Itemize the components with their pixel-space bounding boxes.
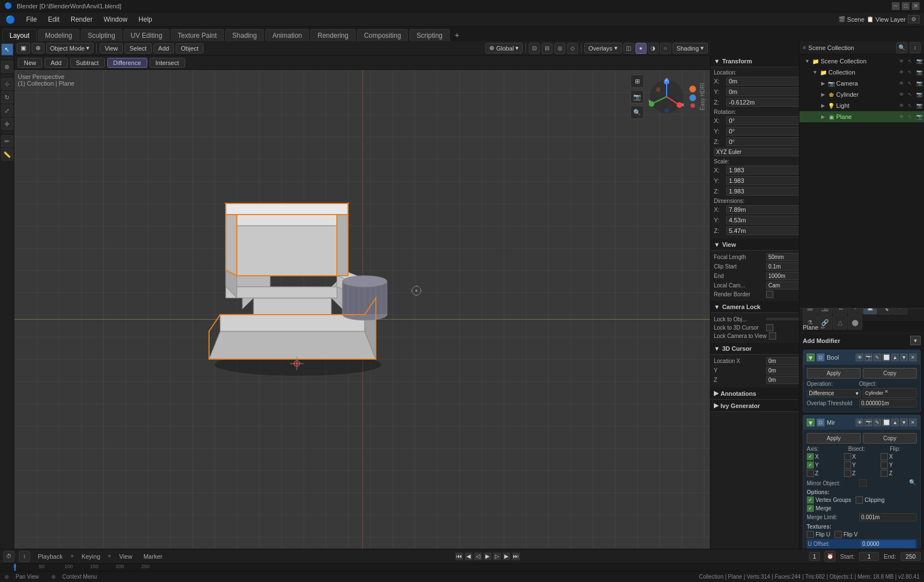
props-tab-modifier[interactable]: 🔧: [878, 308, 892, 315]
edit-menu[interactable]: Edit: [42, 12, 65, 26]
scene-collection-row[interactable]: ▼ 📁 Scene Collection 👁 ↖ 📷: [799, 56, 924, 67]
props-tab-material[interactable]: ⬤: [848, 315, 862, 330]
scene-select-icon[interactable]: ↖: [906, 57, 914, 65]
3d-viewport[interactable]: User Perspective (1) Collection | Plane: [14, 70, 710, 549]
tab-rendering[interactable]: Rendering: [310, 29, 355, 41]
view-layer-name[interactable]: View Layer: [876, 16, 906, 23]
bool-object-close[interactable]: ✕: [885, 389, 892, 397]
jump-start-button[interactable]: ⏮: [455, 553, 463, 560]
blender-menu[interactable]: 🔵: [0, 12, 21, 26]
view-menu-button[interactable]: View: [100, 43, 123, 53]
next-frame-button[interactable]: ▶: [503, 553, 510, 560]
annotate-tool-button[interactable]: ✏: [1, 135, 13, 147]
subtract-bool-button[interactable]: Subtract: [70, 58, 105, 68]
add-workspace-button[interactable]: +: [451, 29, 463, 41]
material-shading-btn[interactable]: ◑: [648, 43, 659, 54]
end-frame-field[interactable]: 250: [901, 552, 921, 561]
clipping-checkbox[interactable]: [856, 496, 863, 504]
transform-orientation-dropdown[interactable]: ⊕ Global ▾: [485, 43, 523, 53]
tab-texture-paint[interactable]: Texture Paint: [171, 29, 224, 41]
mirror-object-swatch[interactable]: [859, 479, 867, 487]
props-tab-output[interactable]: 🖥: [833, 308, 847, 315]
add-bool-button[interactable]: Add: [44, 58, 68, 68]
tab-layout[interactable]: Layout: [2, 29, 37, 41]
light-expand[interactable]: ▶: [819, 102, 826, 109]
bool-copy-button[interactable]: Copy: [863, 368, 917, 379]
object-settings-icon[interactable]: ✏: [821, 325, 825, 331]
tab-scripting[interactable]: Scripting: [409, 29, 450, 41]
plane-expand[interactable]: ▶: [819, 113, 826, 120]
bool-close-icon[interactable]: ✕: [909, 354, 917, 361]
camera-eye-icon[interactable]: 👁: [897, 79, 905, 87]
play-button[interactable]: ▶: [484, 553, 491, 560]
outliner-filter-btn[interactable]: 🔍: [896, 42, 907, 53]
bool-up-icon[interactable]: ▲: [891, 354, 899, 361]
wireframe-shading-btn[interactable]: ◫: [623, 43, 634, 54]
overlap-threshold-field[interactable]: 0.000001m: [859, 399, 917, 407]
u-offset-field[interactable]: 0.0000: [860, 540, 916, 548]
collection-select-icon[interactable]: ↖: [906, 68, 914, 76]
props-tab-render[interactable]: 📷: [818, 308, 832, 315]
mirror-flip-z-checkbox[interactable]: [881, 470, 888, 477]
overlays-dropdown[interactable]: Overlays ▾: [584, 43, 621, 53]
cylinder-row[interactable]: ▶ ⬟ Cylinder 👁 ↖ 📷: [799, 89, 924, 100]
lock-camera-checkbox[interactable]: [769, 332, 776, 340]
cylinder-select-icon[interactable]: ↖: [906, 91, 914, 98]
bool-realtime-icon[interactable]: 👁: [856, 354, 863, 361]
axis-gizmo[interactable]: Z X Y: [647, 77, 686, 116]
render-region-btn[interactable]: 🔍: [630, 106, 644, 119]
cylinder-eye-icon[interactable]: 👁: [897, 91, 905, 98]
cylinder-expand[interactable]: ▶: [819, 91, 826, 98]
scene-render-icon[interactable]: 📷: [915, 57, 923, 65]
vertex-groups-checkbox[interactable]: ✓: [807, 496, 814, 504]
plane-render-icon[interactable]: 📷: [915, 113, 923, 121]
render-border-checkbox[interactable]: [766, 291, 773, 298]
light-select-icon[interactable]: ↖: [906, 102, 914, 110]
plane-eye-icon[interactable]: 👁: [897, 113, 905, 121]
collection-eye-icon[interactable]: 👁: [897, 68, 905, 76]
mirror-visibility-toggle[interactable]: ▼: [807, 419, 814, 426]
proportional-falloff[interactable]: ◇: [567, 43, 578, 54]
flip-v-checkbox[interactable]: [834, 531, 842, 538]
mirror-bisect-x-checkbox[interactable]: [844, 453, 851, 460]
props-tab-object[interactable]: ▣: [863, 308, 877, 315]
props-tab-particles[interactable]: ✦: [893, 308, 907, 315]
mirror-down-icon[interactable]: ▼: [900, 419, 908, 426]
window-menu[interactable]: Window: [98, 12, 133, 26]
mirror-up-icon[interactable]: ▲: [891, 419, 899, 426]
mirror-edit-icon[interactable]: ✎: [873, 419, 881, 426]
light-render-icon[interactable]: 📷: [915, 102, 923, 110]
mirror-realtime-icon[interactable]: 👁: [856, 419, 863, 426]
measure-tool-button[interactable]: 📏: [1, 148, 13, 161]
mirror-flip-x-checkbox[interactable]: [881, 453, 888, 460]
new-bool-button[interactable]: New: [18, 58, 42, 68]
timeline-editor-type[interactable]: ⏱: [3, 551, 14, 562]
props-tab-view[interactable]: 👁: [848, 308, 862, 315]
tab-modeling[interactable]: Modeling: [38, 29, 80, 41]
bool-operation-dropdown[interactable]: Difference ▾: [807, 389, 861, 397]
editor-type-dropdown[interactable]: ▣: [17, 43, 30, 53]
scene-eye-icon[interactable]: 👁: [897, 57, 905, 65]
rotate-tool-button[interactable]: ↻: [1, 91, 13, 103]
jump-end-button[interactable]: ⏭: [512, 553, 520, 560]
difference-bool-button[interactable]: Difference: [107, 58, 147, 68]
flip-u-checkbox[interactable]: [807, 531, 814, 538]
camera-view-btn[interactable]: 📷: [630, 90, 644, 103]
maximize-button[interactable]: □: [902, 2, 910, 10]
proportional-edit[interactable]: ◎: [554, 43, 565, 54]
scene-name[interactable]: Scene: [847, 16, 865, 23]
view-menu[interactable]: View: [116, 552, 136, 561]
prev-keyframe-button[interactable]: ◁: [474, 553, 482, 560]
grid-view-btn[interactable]: ⊞: [630, 74, 644, 88]
transform-tool-button[interactable]: ✛: [1, 118, 13, 130]
mirror-bisect-z-checkbox[interactable]: [844, 470, 851, 477]
props-tab-scene[interactable]: 🎬: [803, 308, 817, 315]
tab-animation[interactable]: Animation: [265, 29, 309, 41]
camera-select-icon[interactable]: ↖: [906, 79, 914, 87]
mirror-flip-y-checkbox[interactable]: [881, 461, 888, 469]
bool-cage-icon[interactable]: ⬜: [882, 354, 890, 361]
help-menu[interactable]: Help: [133, 12, 158, 26]
keying-menu[interactable]: Keying: [78, 552, 104, 561]
bool-apply-button[interactable]: Apply: [807, 368, 861, 379]
light-eye-icon[interactable]: 👁: [897, 102, 905, 110]
